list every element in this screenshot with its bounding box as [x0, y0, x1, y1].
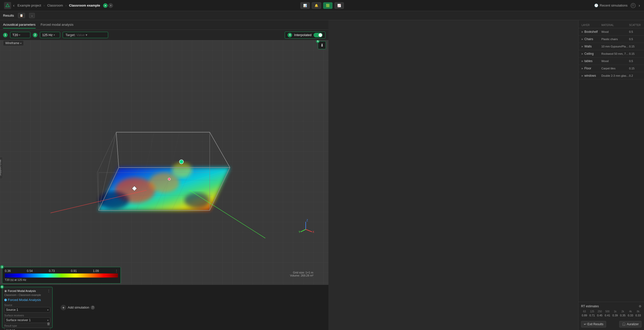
- colorscale-v1: 0.54: [27, 269, 33, 273]
- svg-text:Z: Z: [306, 219, 308, 222]
- material-row-walls[interactable]: ▶ Walls 10 mm Gypsum/Plaste... 0.15: [579, 43, 644, 50]
- svg-line-28: [306, 229, 312, 232]
- material-bookshelf: Wood: [601, 30, 629, 33]
- rt-freq-125: 125: [589, 310, 595, 313]
- sim-delete-btn[interactable]: 🗑: [47, 322, 50, 326]
- layer-bookshelf: Bookshelf: [584, 30, 598, 34]
- tab-acoustical[interactable]: Acoustical parameters: [3, 21, 36, 29]
- toolbar-btn-view[interactable]: 🟩: [323, 2, 332, 9]
- recent-sim-label: Recent simulations: [600, 4, 628, 7]
- layer-walls: Walls: [584, 45, 592, 48]
- rt-val-63: 0.89: [581, 314, 588, 317]
- svg-text:X: X: [313, 231, 314, 233]
- svg-point-3: [149, 173, 179, 193]
- svg-point-24: [168, 178, 171, 180]
- expand-floor-icon: ▶: [582, 67, 583, 70]
- scatter-tables: 0.5: [629, 60, 641, 63]
- results-copy-btn[interactable]: 📋: [18, 13, 25, 18]
- svg-point-23: [179, 160, 183, 164]
- info-btn[interactable]: ⓘ: [631, 3, 636, 8]
- nav-folder[interactable]: Classroom: [47, 4, 63, 7]
- rt-val-250: 0.45: [597, 314, 603, 317]
- expand-windows-icon: ▶: [582, 74, 583, 77]
- svg-point-4: [172, 162, 192, 178]
- exit-results-btn[interactable]: ↩ Exit Results: [581, 321, 606, 327]
- scatter-bookshelf: 0.5: [629, 30, 641, 33]
- svg-text:Y: Y: [299, 231, 300, 233]
- expand-chairs-icon: ▶: [582, 38, 583, 40]
- layer-tables: tables: [584, 59, 592, 63]
- badge-6: 6: [0, 285, 4, 289]
- breadcrumb: ‹ Example project › Classroom › Classroo…: [13, 3, 113, 8]
- rt-val-125: 0.71: [589, 314, 595, 317]
- param-arrow-icon: ▾: [19, 34, 20, 36]
- source-dropdown[interactable]: Source 1 ▾: [4, 307, 50, 313]
- download-btn[interactable]: 5 ⬇: [318, 41, 326, 49]
- sidebar-expand-btn[interactable]: ›: [639, 3, 640, 8]
- freq-select[interactable]: 125 Hz ▾: [40, 32, 60, 38]
- toolbar-btn-graph[interactable]: 📈: [335, 2, 344, 9]
- target-input-group[interactable]: Target: Value ▾: [63, 32, 108, 38]
- rt-title: RT estimates: [581, 305, 599, 308]
- rt-table: 63 125 250 500 1k 2k 4k 8k 0.89 0.71 0.4…: [581, 310, 641, 317]
- sim-name: Forced Modal Analysis: [4, 298, 50, 302]
- materials-header: LAYER MATERIAL SCATTER: [579, 22, 644, 28]
- material-row-bookshelf[interactable]: ▶ Bookshelf Wood 0.5: [579, 28, 644, 36]
- colorscale-menu-icon[interactable]: ⋮: [115, 269, 118, 273]
- wireframe-select[interactable]: Wireframe ▾: [3, 40, 24, 46]
- interpolated-group: 4 Interpolated: [285, 32, 325, 39]
- material-ceiling: Rockwool 50 mm, 79 k...: [601, 52, 629, 55]
- toolbar-btn-notify[interactable]: 🔔: [312, 2, 321, 9]
- tab-bar: Acoustical parameters Forced modal analy…: [0, 20, 328, 30]
- material-row-floor[interactable]: ▶ Floor Carpet tiles 0.15: [579, 65, 644, 72]
- source-value: Source 1: [6, 308, 18, 312]
- material-row-ceiling[interactable]: ▶ Ceiling Rockwool 50 mm, 79 k... 0.15: [579, 50, 644, 58]
- status-pause-icon[interactable]: ⏸: [108, 3, 113, 8]
- material-row-tables[interactable]: ▶ tables Wood 0.5: [579, 58, 644, 65]
- recent-sim-icon: 🕐: [594, 4, 598, 7]
- recent-simulations-btn[interactable]: 🕐 Recent simulations: [594, 4, 628, 7]
- tab-forced-modal[interactable]: Forced modal analysis: [41, 21, 74, 29]
- add-simulation-btn[interactable]: + Add simulation ?: [61, 305, 95, 310]
- download-icon: ⬇: [320, 43, 324, 48]
- auralizer-btn[interactable]: 🎧 Auralizer: [619, 321, 641, 327]
- rt-settings-icon[interactable]: ⚙: [639, 305, 641, 308]
- results-expand-btn[interactable]: ⌄: [29, 13, 35, 18]
- toolbar-btn-chart[interactable]: 📊: [300, 2, 310, 9]
- sim-dot: [4, 299, 7, 301]
- support-chat-btn[interactable]: Support Chat: [0, 157, 3, 179]
- rt-footer: ↩ Exit Results 🎧 Auralizer: [581, 321, 641, 327]
- result-type-dropdown[interactable]: Hybrid ▾: [4, 328, 50, 330]
- rt-val-4k: 0.33: [627, 314, 634, 317]
- wireframe-arrow-icon: ▾: [20, 42, 21, 45]
- rt-val-8k: 0.33: [635, 314, 641, 317]
- colorscale-gradient: [5, 273, 118, 278]
- rt-freq-63: 63: [581, 310, 588, 313]
- add-simulation-area: + Add simulation ?: [55, 285, 101, 330]
- material-row-windows[interactable]: ▶ windows Double 2-3 mm glass,... 0.2: [579, 72, 644, 79]
- surface-receiver-dropdown[interactable]: Surface receiver 1 ▾: [4, 317, 50, 323]
- sim-menu-btn[interactable]: ⋮: [47, 289, 50, 293]
- add-sim-help-icon[interactable]: ?: [91, 306, 95, 310]
- scatter-ceiling: 0.15: [629, 52, 641, 55]
- layer-ceiling: Ceiling: [584, 52, 594, 56]
- material-chairs: Plastic chairs: [601, 38, 629, 41]
- interpolated-toggle[interactable]: [314, 33, 323, 37]
- col-scatter: SCATTER: [629, 24, 641, 26]
- expand-walls-icon: ▶: [582, 45, 583, 48]
- toggle-knob: [319, 33, 322, 37]
- wireframe-label: Wireframe: [5, 41, 19, 45]
- nav-back-btn[interactable]: ‹: [13, 3, 14, 8]
- right-panel: 🧱 Materials ◎ Sources / Receivers ⚙ Sett…: [578, 0, 644, 330]
- result-type-arrow-icon: ▾: [47, 329, 49, 330]
- material-walls: 10 mm Gypsum/Plaste...: [601, 45, 629, 48]
- source-arrow-icon: ▾: [47, 309, 49, 311]
- rt-val-500: 0.41: [604, 314, 611, 317]
- nav-project[interactable]: Example project: [17, 4, 41, 7]
- app-logo[interactable]: [4, 2, 11, 9]
- material-row-chairs[interactable]: ▶ Chairs Plastic chairs 0.5: [579, 36, 644, 43]
- material-floor: Carpet tiles: [601, 67, 629, 70]
- controls-bar: 1 T20 ▾ 2 125 Hz ▾ Target: Value ▾ 4 Int…: [0, 30, 328, 40]
- layer-floor: Floor: [584, 67, 591, 70]
- param-t20-select[interactable]: T20 ▾: [10, 32, 30, 38]
